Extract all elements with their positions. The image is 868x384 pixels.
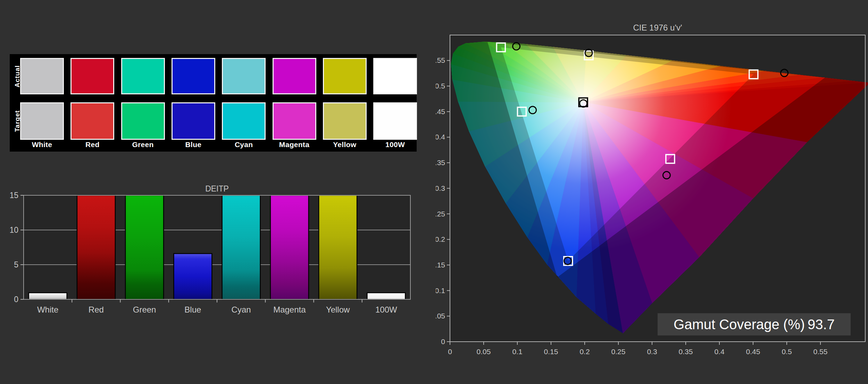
y-tick-label: 0.1 [436,287,445,295]
target-swatch-cyan [222,102,266,140]
bar-blue [174,254,212,299]
actual-swatch-yellow [323,58,367,94]
bar-cyan [222,195,260,299]
row-label-target: Target [14,110,21,132]
y-tick-label: 15 [9,191,18,200]
target-swatch-100w [373,102,417,140]
target-swatch-red [70,102,114,140]
calibration-report: WhiteRedGreenBlueCyanMagentaYellow100WAc… [0,0,868,384]
x-tick-label: 0.2 [579,348,590,356]
actual-swatch-red [70,58,114,94]
y-tick-label: 10 [9,225,18,234]
target-swatch-blue [172,102,215,140]
actual-swatch-blue [172,58,215,94]
bar-magenta [270,195,309,299]
y-tick-label: 0.55 [436,56,445,64]
y-tick-label: 5 [14,260,18,269]
color-swatch-panel: WhiteRedGreenBlueCyanMagentaYellow100WAc… [10,54,417,152]
x-tick-label: 0.15 [544,348,558,356]
swatch-column-label: Yellow [323,140,367,149]
swatch-column-label: 100W [373,140,417,149]
x-tick-label: 0.35 [679,348,693,356]
swatch-column-label: Blue [172,140,215,149]
y-tick-label: 0.15 [436,261,445,269]
target-swatch-white [20,102,64,140]
bar-100w [367,293,405,299]
y-tick-label: 0.05 [436,312,445,320]
target-swatch-magenta [273,102,316,140]
x-category-label: Magenta [273,305,306,314]
x-category-label: Yellow [326,305,350,314]
target-swatch-yellow [323,102,367,140]
y-tick-label: 0.2 [436,235,445,243]
swatch-column-label: Cyan [222,140,266,149]
x-tick-label: 0.45 [746,348,760,356]
x-tick-label: 0.3 [647,348,657,356]
x-category-label: Cyan [232,305,251,314]
swatch-column-label: Green [121,140,165,149]
x-tick-label: 0.4 [714,348,725,356]
x-tick-label: 0.1 [512,348,522,356]
x-tick-label: 0.25 [611,348,626,356]
y-tick-label: 0.4 [436,133,445,141]
gamut-coverage-value: 93.7 [808,317,835,332]
y-tick-label: 0.45 [436,108,445,116]
cie-chromaticity-diagram: 00.050.10.150.20.250.30.350.40.450.50.55… [436,19,868,361]
actual-swatch-magenta [273,58,316,94]
x-category-label: Blue [184,305,201,314]
bar-green [125,195,164,299]
x-category-label: 100W [375,305,397,314]
x-tick-label: 0.05 [477,348,491,356]
y-tick-label: 0.3 [436,184,445,192]
x-category-label: Green [133,305,156,314]
bar-red [77,195,115,299]
gamut-coverage-badge: Gamut Coverage (%)93.7 [658,313,851,335]
actual-swatch-green [121,58,165,94]
row-label-actual: Actual [14,65,21,87]
swatch-column-label: Magenta [273,140,316,149]
y-tick-label: 0.25 [436,210,445,218]
actual-swatch-cyan [222,58,266,94]
y-tick-label: 0.35 [436,159,445,167]
x-tick-label: 0.55 [813,348,828,356]
y-tick-label: 0.5 [436,82,445,90]
target-swatch-green [121,102,165,140]
deitp-bar-chart: 051015WhiteRedGreenBlueCyanMagentaYellow… [3,183,432,316]
x-category-label: Red [89,305,104,314]
y-tick-label: 0 [14,295,18,304]
bar-yellow [319,195,357,299]
x-tick-label: 0.5 [782,348,792,356]
x-tick-label: 0 [448,348,452,356]
bar-white [29,293,67,299]
y-tick-label: 0 [441,338,445,345]
x-category-label: White [37,305,58,314]
swatch-column-label: White [20,140,64,149]
swatch-column-label: Red [70,140,114,149]
actual-swatch-100w [373,58,417,94]
actual-swatch-white [20,58,64,94]
gamut-coverage-label: Gamut Coverage (%) [674,317,805,332]
